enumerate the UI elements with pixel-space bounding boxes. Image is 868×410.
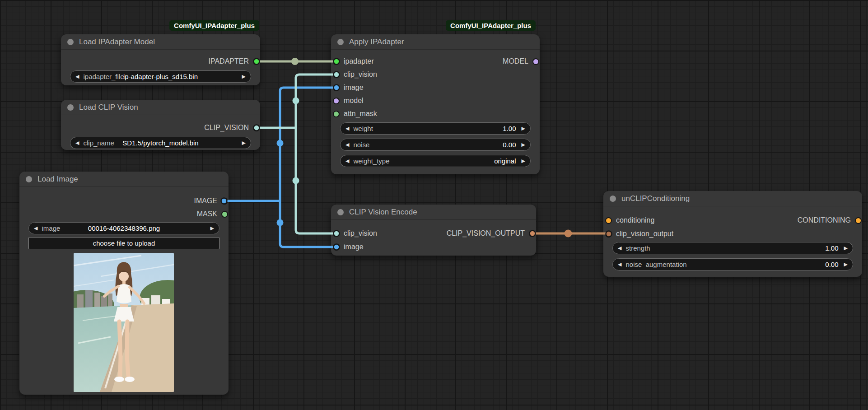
input-port-model[interactable] — [333, 98, 340, 104]
slot-label: MODEL — [503, 57, 528, 65]
output-slot-image: IMAGE — [194, 194, 228, 208]
input-slot-clip-vision-output: clip_vision_output — [605, 227, 673, 241]
collapse-dot-icon[interactable] — [337, 39, 344, 45]
widget-label: ipadapter_file — [83, 73, 124, 80]
increment-arrow-icon[interactable]: ▶ — [522, 158, 525, 163]
node-header[interactable]: Apply IPAdapter — [331, 34, 540, 50]
node-header[interactable]: CLIP Vision Encode — [331, 205, 536, 220]
widget-label: noise — [353, 141, 369, 149]
input-port-conditioning[interactable] — [605, 217, 612, 224]
collapse-dot-icon[interactable] — [26, 176, 32, 182]
output-port-mask[interactable] — [221, 211, 228, 218]
node-graph-canvas[interactable]: { "icons": { "arrow_left": "◀", "arrow_r… — [0, 0, 868, 410]
input-port-clip-vision[interactable] — [333, 230, 340, 237]
widget-clip-name[interactable]: ◀ clip_name SD1.5/pytorch_model.bin ▶ — [70, 137, 251, 149]
input-slot-conditioning: conditioning — [605, 214, 654, 227]
collapse-dot-icon[interactable] — [337, 209, 344, 215]
output-port-model[interactable] — [532, 58, 539, 65]
widget-value: 0.00 — [503, 141, 516, 149]
widget-label: image — [42, 224, 60, 232]
input-port-image[interactable] — [333, 244, 340, 251]
widget-strength[interactable]: ◀ strength 1.00 ▶ — [612, 242, 853, 254]
slot-label: CLIP_VISION_OUTPUT — [447, 229, 525, 238]
increment-arrow-icon[interactable]: ▶ — [844, 262, 848, 267]
widget-label: clip_name — [83, 139, 114, 147]
decrement-arrow-icon[interactable]: ◀ — [34, 226, 37, 231]
increment-arrow-icon[interactable]: ▶ — [242, 140, 246, 145]
node-title: Apply IPAdapter — [349, 37, 404, 47]
output-port-conditioning[interactable] — [855, 217, 862, 224]
node-title: Load IPAdapter Model — [79, 37, 155, 47]
collapse-dot-icon[interactable] — [67, 104, 74, 111]
node-header[interactable]: unCLIPConditioning — [603, 191, 862, 206]
slot-label: MASK — [197, 210, 217, 218]
link-midpoint-dot[interactable] — [565, 230, 572, 238]
collapse-dot-icon[interactable] — [610, 196, 616, 202]
decrement-arrow-icon[interactable]: ◀ — [75, 74, 79, 79]
output-slot-mask: MASK — [197, 207, 228, 221]
input-port-image[interactable] — [333, 84, 340, 91]
input-port-clip-vision-output[interactable] — [605, 231, 612, 238]
output-slot-clip-vision: CLIP_VISION — [204, 121, 260, 135]
input-port-clip-vision[interactable] — [333, 71, 340, 78]
link-midpoint-dot[interactable] — [277, 140, 284, 147]
output-port-image[interactable] — [221, 198, 228, 205]
slot-label: IMAGE — [194, 197, 217, 205]
widget-value: 0.00 — [825, 261, 838, 268]
output-port-clip-vision-output[interactable] — [529, 230, 536, 237]
widget-noise-augmentation[interactable]: ◀ noise_augmentation 0.00 ▶ — [612, 258, 853, 270]
input-slot-attn-mask: attn_mask — [333, 107, 377, 121]
output-slot-model: MODEL — [503, 55, 539, 68]
collapse-dot-icon[interactable] — [67, 39, 74, 45]
decrement-arrow-icon[interactable]: ◀ — [345, 142, 349, 147]
widget-value: SD1.5/pytorch_model.bin — [122, 139, 198, 147]
widget-label: weight_type — [353, 157, 389, 165]
decrement-arrow-icon[interactable]: ◀ — [75, 140, 79, 145]
choose-file-button[interactable]: choose file to upload — [28, 237, 219, 249]
node-load-clip-vision[interactable]: Load CLIP Vision CLIP_VISION ◀ clip_name… — [61, 100, 260, 150]
increment-arrow-icon[interactable]: ▶ — [210, 226, 214, 231]
widget-value: 1.00 — [503, 125, 516, 132]
link-midpoint-dot[interactable] — [277, 219, 284, 226]
node-title: Load Image — [37, 175, 78, 184]
link-midpoint-dot[interactable] — [291, 58, 299, 65]
decrement-arrow-icon[interactable]: ◀ — [345, 126, 349, 131]
widget-image-file[interactable]: ◀ image 00016-4062348396.png ▶ — [28, 222, 219, 234]
output-port-ipadapter[interactable] — [253, 58, 260, 65]
node-load-image[interactable]: Load Image IMAGE MASK ◀ image 00016-4062… — [19, 172, 229, 395]
widget-weight[interactable]: ◀ weight 1.00 ▶ — [340, 122, 531, 135]
widget-weight-type[interactable]: ◀ weight_type original ▶ — [340, 155, 531, 167]
widget-ipadapter-file[interactable]: ◀ ipadapter_file ip-adapter-plus_sd15.bi… — [70, 70, 251, 83]
node-title: CLIP Vision Encode — [349, 208, 417, 217]
node-unclip-conditioning[interactable]: unCLIPConditioning conditioning clip_vis… — [603, 191, 862, 277]
node-source-badge: ComfyUI_IPAdapter_plus — [169, 20, 259, 31]
node-header[interactable]: Load Image — [19, 172, 229, 187]
node-header[interactable]: Load IPAdapter Model — [61, 34, 260, 50]
output-slot-conditioning: CONDITIONING — [798, 214, 862, 227]
slot-label: CLIP_VISION — [204, 124, 249, 132]
input-port-ipadapter[interactable] — [333, 58, 340, 65]
node-clip-vision-encode[interactable]: CLIP Vision Encode clip_vision image CLI… — [331, 205, 536, 256]
link-midpoint-dot[interactable] — [293, 177, 299, 184]
decrement-arrow-icon[interactable]: ◀ — [618, 246, 621, 251]
link-clip-vision — [257, 75, 336, 233]
slot-label: image — [344, 84, 364, 92]
node-title: Load CLIP Vision — [79, 103, 138, 112]
link-midpoint-dot[interactable] — [293, 98, 299, 104]
increment-arrow-icon[interactable]: ▶ — [522, 142, 525, 147]
decrement-arrow-icon[interactable]: ◀ — [345, 158, 349, 163]
widget-label: strength — [625, 244, 650, 252]
slot-label: conditioning — [616, 216, 654, 224]
node-apply-ipadapter[interactable]: Apply IPAdapter ipadapter clip_vision im… — [331, 34, 540, 174]
node-load-ipadapter-model[interactable]: Load IPAdapter Model IPADAPTER ◀ ipadapt… — [61, 34, 260, 85]
widget-noise[interactable]: ◀ noise 0.00 ▶ — [340, 139, 531, 151]
output-port-clip-vision[interactable] — [253, 125, 260, 131]
increment-arrow-icon[interactable]: ▶ — [844, 246, 848, 251]
input-port-attn-mask[interactable] — [333, 111, 340, 117]
node-header[interactable]: Load CLIP Vision — [61, 100, 260, 115]
increment-arrow-icon[interactable]: ▶ — [522, 126, 525, 131]
slot-label: image — [344, 243, 364, 251]
decrement-arrow-icon[interactable]: ◀ — [618, 262, 621, 267]
slot-label: IPADAPTER — [209, 57, 249, 65]
increment-arrow-icon[interactable]: ▶ — [242, 74, 246, 79]
